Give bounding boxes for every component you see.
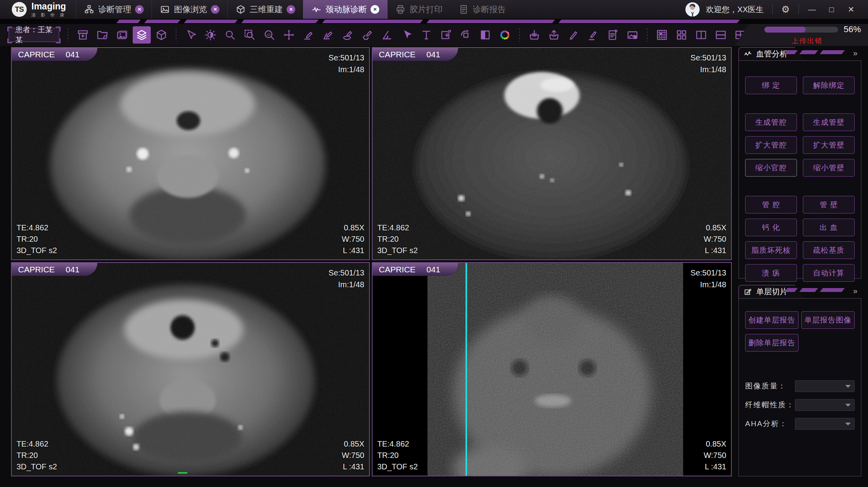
field-dropdown[interactable]	[795, 399, 855, 411]
brightness-contrast-tool-button[interactable]	[201, 26, 219, 44]
viewport-4[interactable]: CAPRICE041 Se:501/13Im:1/48 TE:4.862TR:2…	[372, 262, 732, 476]
layout-quad-tool-button[interactable]	[672, 26, 691, 44]
measure-ellipse-tool-button[interactable]	[339, 26, 357, 44]
display-info: 0.85XW:750L :431	[704, 222, 726, 256]
zoom-tool-button[interactable]	[221, 26, 239, 44]
field-dropdown[interactable]	[795, 418, 855, 430]
series-tag: CAPRICE041	[373, 263, 458, 276]
layers-tool-button[interactable]	[133, 26, 151, 44]
minimize-button[interactable]: —	[805, 5, 819, 14]
field-dropdown[interactable]	[795, 380, 855, 392]
printer-icon	[395, 4, 406, 15]
collapse-chevron-icon[interactable]: »	[853, 286, 857, 295]
angle-tool-button[interactable]	[378, 26, 396, 44]
upload-tool-button[interactable]	[545, 26, 563, 44]
vessel-button[interactable]: 钙 化	[745, 219, 797, 236]
vessel-button[interactable]: 解除绑定	[803, 77, 855, 94]
app-name: Imaging	[31, 2, 66, 11]
upload-error-text[interactable]: 上传出错	[791, 36, 823, 46]
decor-stripe	[144, 20, 180, 23]
color-palette-tool-button[interactable]	[496, 26, 514, 44]
acquisition-info: TE:4.862TR:203D_TOF s2	[377, 222, 418, 256]
report-add-tool-button[interactable]	[604, 26, 622, 44]
tab-5[interactable]: 胶片打印	[387, 0, 451, 19]
text-tool-button[interactable]	[417, 26, 435, 44]
folder-open-plus-tool-button[interactable]	[93, 26, 111, 44]
app-window: { "brand": { "monogram": "TS", "name": "…	[0, 0, 868, 487]
rotate-tool-button[interactable]	[457, 26, 475, 44]
layout-vsplit-tool-button[interactable]	[692, 26, 710, 44]
scale-marker	[178, 472, 187, 474]
slice-report-button[interactable]: 创建单层报告	[745, 311, 799, 329]
tab-4[interactable]: 颈动脉诊断✕	[303, 0, 387, 19]
vessel-button[interactable]: 管 腔	[745, 196, 797, 213]
close-button[interactable]: ✕	[844, 5, 858, 14]
download-tool-button[interactable]	[525, 26, 543, 44]
annotate-box-tool-button[interactable]	[437, 26, 455, 44]
vessel-button[interactable]: 脂质坏死核	[745, 241, 797, 259]
decor-stripes	[786, 50, 843, 54]
brush-tool-button[interactable]	[565, 26, 583, 44]
tab-close-icon[interactable]: ✕	[211, 5, 219, 14]
vessel-button[interactable]: 扩大管壁	[803, 136, 855, 154]
display-info: 0.85XW:750L :431	[342, 438, 364, 472]
maximize-button[interactable]: □	[825, 5, 838, 14]
pan-tool-button[interactable]	[280, 26, 298, 44]
brush-underline-tool-button[interactable]	[584, 26, 602, 44]
decor-stripe	[241, 20, 318, 23]
measure-line-tool-button[interactable]	[300, 26, 318, 44]
vessel-button[interactable]: 绑 定	[745, 77, 797, 94]
tab-2[interactable]: 图像浏览✕	[152, 0, 228, 19]
tab-1[interactable]: 诊断管理✕	[76, 0, 152, 19]
image-export-tool-button[interactable]	[623, 26, 641, 44]
series-tag: CAPRICE041	[373, 48, 458, 61]
decor-stripe	[116, 20, 141, 23]
tab-label: 图像浏览	[174, 4, 207, 15]
acquisition-info: TE:4.862TR:203D_TOF s2	[16, 222, 57, 256]
zoom-region-tool-button[interactable]	[241, 26, 259, 44]
slice-report-button[interactable]: 删除单层报告	[745, 334, 799, 352]
panel-title: 单层切片	[756, 286, 788, 297]
collapse-chevron-icon[interactable]: »	[853, 49, 857, 58]
cube-3d-tool-button[interactable]	[152, 26, 170, 44]
toolbar-divider	[519, 28, 520, 42]
vessel-button[interactable]: 管 壁	[803, 196, 855, 213]
vessel-button[interactable]: 缩小官腔	[745, 159, 797, 177]
series-info: Se:501/13Im:1/48	[691, 267, 726, 290]
select-tool-button[interactable]	[398, 26, 416, 44]
vessel-button[interactable]: 生成管腔	[745, 113, 797, 131]
zoom-2x-tool-button[interactable]: x2	[260, 26, 278, 44]
crosshair-line[interactable]	[466, 263, 467, 476]
tab-close-icon[interactable]: ✕	[287, 5, 295, 14]
invert-tool-button[interactable]	[476, 26, 494, 44]
divider	[799, 5, 799, 14]
photos-tool-button[interactable]	[113, 26, 131, 44]
vessel-button[interactable]: 缩小管壁	[803, 159, 855, 177]
vessel-button[interactable]: 疏松基质	[803, 241, 855, 259]
layout-hsplit-tool-button[interactable]	[712, 26, 730, 44]
viewport-1[interactable]: CAPRICE041 Se:501/13Im:1/48 TE:4.862TR:2…	[11, 47, 370, 260]
tab-6[interactable]: 诊断报告	[450, 0, 514, 19]
vessel-button[interactable]: 自动计算	[803, 264, 855, 282]
vessel-button[interactable]: 生成管壁	[803, 113, 855, 131]
viewport-2[interactable]: CAPRICE041 Se:501/13Im:1/48 TE:4.862TR:2…	[372, 47, 732, 260]
tab-strip: 诊断管理✕图像浏览✕三维重建✕颈动脉诊断✕胶片打印诊断报告	[76, 0, 514, 19]
settings-gear-icon[interactable]: ⚙	[779, 4, 792, 15]
tab-close-icon[interactable]: ✕	[135, 5, 144, 14]
tab-3[interactable]: 三维重建✕	[227, 0, 303, 19]
slice-report-button[interactable]: 单层报告图像	[801, 311, 855, 329]
patient-selector[interactable]: 患者：王某某	[9, 28, 59, 42]
vessel-button[interactable]: 溃 疡	[745, 264, 797, 282]
toolbar-divider	[176, 28, 176, 42]
measure-polygon-tool-button[interactable]	[358, 26, 376, 44]
archive-plus-tool-button[interactable]	[74, 26, 92, 44]
vessel-button[interactable]: 扩大管腔	[745, 136, 797, 154]
user-avatar[interactable]	[685, 2, 700, 16]
viewport-3[interactable]: CAPRICE041 Se:501/13Im:1/48 TE:4.862TR:2…	[11, 262, 370, 476]
tab-close-icon[interactable]: ✕	[371, 5, 379, 14]
pointer-tool-button[interactable]	[182, 26, 200, 44]
measure-angle-tool-button[interactable]	[319, 26, 337, 44]
welcome-text: 欢迎您，XX医生	[706, 4, 764, 15]
layout-grid-focus-tool-button[interactable]	[653, 26, 671, 44]
vessel-button[interactable]: 出 血	[803, 219, 855, 236]
